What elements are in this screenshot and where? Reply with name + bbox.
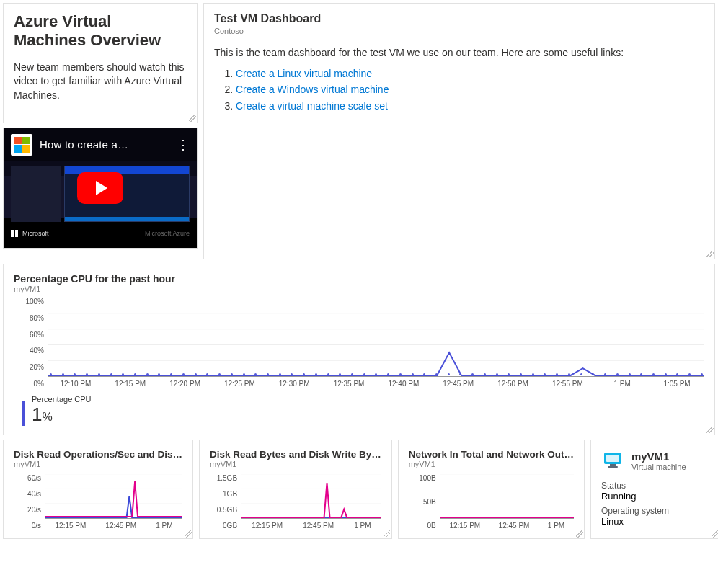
network-title: Network In Total and Network Out… <box>409 449 574 460</box>
disk-ops-y-axis: 60/s40/s20/s0/s <box>14 474 45 530</box>
disk-ops-chart-tile[interactable]: Disk Read Operations/Sec and Dis… myVM1 … <box>3 440 193 539</box>
cpu-y-axis: 100%80%60%40%20%0% <box>14 298 48 388</box>
play-button-icon[interactable] <box>77 172 123 204</box>
cpu-metric: Percentage CPU 1% <box>14 395 704 426</box>
overview-tile: Azure Virtual Machines Overview New team… <box>3 3 198 123</box>
video-topbar: How to create a… ⋮ <box>4 128 197 161</box>
cpu-chart-resource: myVM1 <box>14 285 704 293</box>
channel-logo-icon <box>11 134 32 156</box>
dashboard-tile: Test VM Dashboard Contoso This is the te… <box>203 3 715 259</box>
network-resource: myVM1 <box>409 460 574 468</box>
disk-bytes-chart-tile[interactable]: Disk Read Bytes and Disk Write By… myVM1… <box>199 440 392 539</box>
disk-bytes-plot[interactable] <box>241 474 381 519</box>
disk-bytes-y-axis: 1.5GB1GB0.5GB0GB <box>210 474 241 530</box>
link-create-windows-vm[interactable]: Create a Windows virtual machine <box>236 84 389 95</box>
disk-ops-resource: myVM1 <box>14 460 182 468</box>
network-y-axis: 100B50B0B <box>409 474 440 530</box>
azure-label: Microsoft Azure <box>145 230 190 237</box>
disk-ops-title: Disk Read Operations/Sec and Dis… <box>14 449 182 460</box>
svg-rect-15 <box>610 464 616 466</box>
dashboard-org: Contoso <box>214 27 704 35</box>
svg-rect-16 <box>608 466 618 468</box>
disk-bytes-title: Disk Read Bytes and Disk Write By… <box>210 449 381 460</box>
disk-ops-x-axis: 12:15 PM12:45 PM1 PM <box>45 519 182 530</box>
dashboard-title: Test VM Dashboard <box>214 12 704 25</box>
svg-rect-14 <box>606 455 619 462</box>
network-chart-tile[interactable]: Network In Total and Network Out… myVM1 … <box>398 440 585 539</box>
cpu-plot[interactable] <box>48 298 704 377</box>
vm-icon <box>601 449 624 472</box>
disk-bytes-resource: myVM1 <box>210 460 381 468</box>
link-create-linux-vm[interactable]: Create a Linux virtual machine <box>236 68 372 79</box>
vm-status-label: Status <box>601 481 709 491</box>
video-player[interactable]: How to create a… ⋮ Microsoft Microsoft A… <box>4 128 197 248</box>
video-footer: Microsoft Microsoft Azure <box>4 219 197 248</box>
disk-ops-plot[interactable] <box>45 474 182 519</box>
link-create-vmss[interactable]: Create a virtual machine scale set <box>236 100 388 112</box>
metric-value: 1% <box>32 404 92 426</box>
vm-os-label: Operating system <box>601 506 709 516</box>
network-plot[interactable] <box>440 474 574 519</box>
cpu-chart-tile[interactable]: Percentage CPU for the past hour myVM1 1… <box>3 264 715 435</box>
vm-resource-tile[interactable]: myVM1 Virtual machine Status Running Ope… <box>590 440 718 539</box>
video-tile: How to create a… ⋮ Microsoft Microsoft A… <box>3 128 198 249</box>
video-title: How to create a… <box>40 138 128 151</box>
vm-os-value: Linux <box>601 516 709 527</box>
dashboard-links: Create a Linux virtual machine Create a … <box>236 66 704 114</box>
network-x-axis: 12:15 PM12:45 PM1 PM <box>440 519 574 530</box>
vm-name: myVM1 <box>631 450 686 463</box>
vm-type: Virtual machine <box>631 463 686 471</box>
disk-bytes-x-axis: 12:15 PM12:45 PM1 PM <box>241 519 381 530</box>
video-more-icon[interactable]: ⋮ <box>177 138 190 151</box>
vm-status-value: Running <box>601 491 709 502</box>
dashboard-intro: This is the team dashboard for the test … <box>214 47 704 58</box>
microsoft-logo-icon: Microsoft <box>11 230 49 237</box>
metric-color-bar <box>22 401 25 426</box>
overview-title: Azure Virtual Machines Overview <box>14 12 187 50</box>
overview-description: New team members should watch this video… <box>14 61 187 103</box>
cpu-x-axis: 12:10 PM12:15 PM12:20 PM12:25 PM12:30 PM… <box>48 377 704 388</box>
metric-label: Percentage CPU <box>32 395 92 404</box>
cpu-chart-title: Percentage CPU for the past hour <box>14 273 704 285</box>
